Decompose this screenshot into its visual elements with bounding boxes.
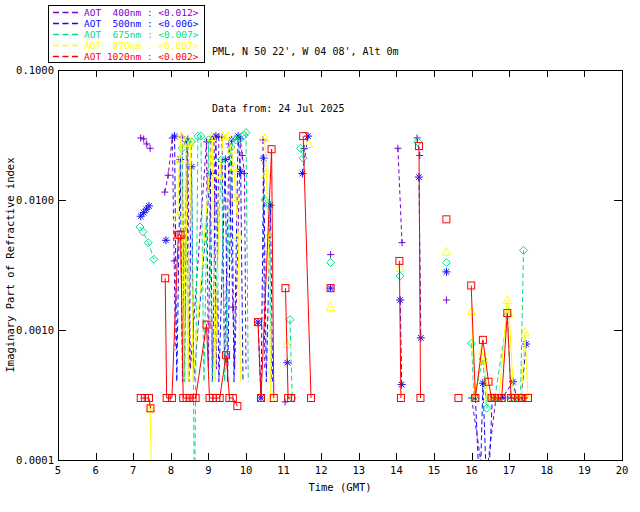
marker-aot-400nm — [399, 239, 406, 246]
x-tick-label: 7 — [130, 464, 136, 476]
marker-aot-870nm — [442, 247, 450, 255]
x-tick-label: 10 — [240, 464, 253, 476]
x-axis: 567891011121314151617181920Time (GMT) — [55, 70, 628, 493]
marker-aot-400nm — [137, 134, 144, 141]
marker-aot-500nm — [145, 202, 153, 210]
plot-canvas: 567891011121314151617181920Time (GMT)0.1… — [0, 0, 640, 512]
x-tick-label: 8 — [168, 464, 174, 476]
marker-aot-400nm — [394, 145, 401, 152]
marker-aot-500nm — [442, 268, 450, 276]
x-tick-label: 20 — [616, 464, 629, 476]
marker-aot-400nm — [161, 189, 168, 196]
marker-aot-870nm — [327, 303, 335, 311]
x-tick-label: 15 — [428, 464, 441, 476]
y-axis: 0.10000.01000.00100.0001Imaginary Part o… — [4, 64, 622, 466]
marker-aot-675nm — [139, 228, 147, 236]
marker-aot-500nm — [162, 236, 170, 244]
marker-aot-400nm — [140, 135, 147, 142]
marker-aot-1020nm — [443, 216, 450, 223]
marker-aot-400nm — [147, 145, 154, 152]
x-tick-label: 12 — [315, 464, 328, 476]
marker-aot-500nm — [260, 154, 268, 162]
x-axis-title: Time (GMT) — [308, 481, 371, 493]
marker-aot-675nm — [136, 223, 144, 231]
y-tick-label: 0.0001 — [16, 454, 54, 466]
marker-aot-500nm — [298, 169, 306, 177]
marker-aot-400nm — [143, 140, 150, 147]
marker-aot-400nm — [327, 251, 334, 258]
x-tick-label: 18 — [540, 464, 553, 476]
marker-aot-400nm — [443, 297, 450, 304]
x-tick-label: 13 — [352, 464, 365, 476]
x-tick-label: 11 — [277, 464, 290, 476]
marker-aot-400nm — [416, 152, 423, 159]
y-tick-label: 0.0100 — [16, 194, 54, 206]
marker-aot-675nm — [327, 259, 335, 267]
x-tick-label: 17 — [503, 464, 516, 476]
plot-frame — [59, 71, 623, 461]
x-tick-label: 14 — [390, 464, 403, 476]
marker-aot-675nm — [396, 272, 404, 280]
series-aot-870nm — [146, 132, 532, 499]
x-tick-label: 6 — [92, 464, 98, 476]
x-tick-label: 19 — [578, 464, 591, 476]
x-tick-label: 9 — [205, 464, 211, 476]
marker-aot-500nm — [417, 334, 425, 342]
x-tick-label: 5 — [55, 464, 61, 476]
y-axis-title: Imaginary Part of Refractive index — [4, 158, 16, 373]
chart-page: AOT 400nm : <0.012>AOT 500nm : <0.006>AO… — [0, 0, 640, 512]
marker-aot-500nm — [327, 284, 335, 292]
marker-aot-400nm — [165, 172, 172, 179]
y-tick-label: 0.1000 — [16, 64, 54, 76]
marker-aot-500nm — [304, 132, 312, 140]
y-tick-label: 0.0010 — [16, 324, 54, 336]
marker-aot-1020nm — [455, 394, 462, 401]
marker-aot-400nm — [171, 257, 178, 264]
marker-aot-500nm — [398, 381, 406, 389]
marker-aot-675nm — [442, 259, 450, 267]
x-tick-label: 16 — [465, 464, 478, 476]
series-aot-675nm — [136, 129, 528, 512]
